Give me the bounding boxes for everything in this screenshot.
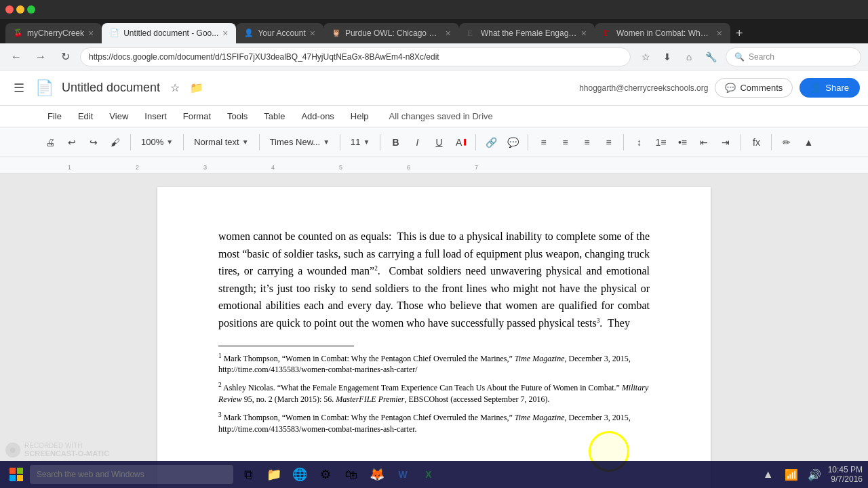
- text-color-button[interactable]: A▐: [451, 131, 470, 153]
- undo-button[interactable]: ↩: [62, 131, 81, 153]
- tab-women-combat[interactable]: T Women in Combat: Why t... ×: [595, 23, 730, 43]
- search-bar[interactable]: 🔍 Search: [726, 47, 861, 66]
- svg-rect-1: [17, 468, 23, 474]
- window-controls: [5, 5, 35, 14]
- new-tab-button[interactable]: +: [733, 24, 746, 43]
- pen-button[interactable]: ✏: [777, 131, 796, 153]
- taskbar-multitasking-button[interactable]: ⧉: [236, 462, 260, 487]
- taskbar-system-tray[interactable]: ▲: [759, 465, 778, 484]
- toolbar-divider-6: [475, 134, 476, 150]
- paragraph-1[interactable]: women cannot be counted on as equals: Th…: [218, 228, 650, 332]
- tab-mycherrycreek[interactable]: 🍒 myCherryCreek ×: [5, 23, 102, 43]
- align-justify-button[interactable]: ≡: [599, 131, 618, 153]
- maximize-window-button[interactable]: [27, 5, 35, 14]
- title-actions: ☆ 📁: [165, 79, 206, 98]
- comments-button[interactable]: 💬 Comments: [715, 78, 793, 98]
- download-button[interactable]: ⬇: [658, 47, 677, 66]
- style-select[interactable]: Normal text ▼: [189, 133, 253, 152]
- style-value: Normal text: [194, 137, 239, 147]
- increase-indent-button[interactable]: ⇥: [716, 131, 735, 153]
- tab-close-account[interactable]: ×: [310, 28, 315, 39]
- forward-button[interactable]: →: [31, 47, 50, 66]
- zoom-select[interactable]: 100% ▼: [136, 133, 178, 152]
- menu-addons[interactable]: Add-ons: [294, 108, 340, 124]
- ruler-mark-3: 3: [203, 164, 207, 171]
- link-button[interactable]: 🔗: [481, 131, 500, 153]
- redo-button[interactable]: ↪: [84, 131, 103, 153]
- start-button[interactable]: [5, 464, 27, 485]
- align-center-button[interactable]: ≡: [555, 131, 574, 153]
- bullet-list-button[interactable]: •≡: [673, 131, 692, 153]
- menu-format[interactable]: Format: [176, 108, 218, 124]
- tab-close-docs[interactable]: ×: [222, 28, 228, 39]
- document-page[interactable]: women cannot be counted on as equals: Th…: [157, 187, 711, 488]
- taskbar-store-button[interactable]: 🛍: [339, 462, 363, 487]
- taskbar-volume-icon[interactable]: 🔊: [805, 465, 824, 484]
- close-window-button[interactable]: [5, 5, 14, 14]
- tab-your-account[interactable]: 👤 Your Account ×: [236, 23, 323, 43]
- folder-icon[interactable]: 📁: [187, 79, 206, 98]
- taskbar-firefox-button[interactable]: 🦊: [365, 462, 389, 487]
- tab-close-owl[interactable]: ×: [446, 28, 451, 39]
- svg-rect-3: [17, 475, 23, 481]
- paint-format-button[interactable]: 🖌: [106, 131, 125, 153]
- menu-view[interactable]: View: [102, 108, 135, 124]
- style-chevron-icon: ▼: [242, 138, 249, 146]
- menu-file[interactable]: File: [41, 108, 68, 124]
- screencast-brand: SCREENCAST-O-MATIC: [24, 449, 109, 458]
- taskbar: ⧉ 📁 🌐 ⚙ 🛍 🦊 W X ▲ 📶 🔊 10:45 PM 9/7/2016: [0, 461, 868, 488]
- svg-rect-0: [9, 468, 16, 474]
- taskbar-network-icon[interactable]: 📶: [782, 465, 801, 484]
- decrease-indent-button[interactable]: ⇤: [694, 131, 713, 153]
- share-button[interactable]: 👤 Share: [800, 78, 860, 98]
- taskbar-settings-button[interactable]: ⚙: [313, 462, 338, 487]
- tab-purdue-owl[interactable]: 🦉 Purdue OWL: Chicago Manual... ×: [323, 23, 459, 43]
- refresh-button[interactable]: ↻: [56, 47, 75, 66]
- taskbar-word-button[interactable]: W: [391, 462, 415, 487]
- font-select[interactable]: Times New... ▼: [265, 133, 335, 152]
- hide-toolbar-button[interactable]: ▲: [799, 131, 818, 153]
- align-left-button[interactable]: ≡: [534, 131, 553, 153]
- home-button[interactable]: ⌂: [679, 47, 698, 66]
- back-button[interactable]: ←: [7, 47, 26, 66]
- tab-close-engage[interactable]: ×: [581, 28, 587, 39]
- taskbar-excel-button[interactable]: X: [416, 462, 441, 487]
- zoom-chevron-icon: ▼: [166, 138, 173, 146]
- menu-insert[interactable]: Insert: [138, 108, 174, 124]
- doc-title[interactable]: Untitled document: [62, 81, 160, 95]
- taskbar-search-input[interactable]: [30, 465, 233, 484]
- taskbar-browser-button[interactable]: 🌐: [288, 462, 312, 487]
- numbered-list-button[interactable]: 1≡: [651, 131, 670, 153]
- italic-button[interactable]: I: [408, 131, 427, 153]
- tab-close-time[interactable]: ×: [717, 28, 722, 39]
- extension-button[interactable]: 🔧: [701, 47, 720, 66]
- menu-table[interactable]: Table: [257, 108, 292, 124]
- menu-tools[interactable]: Tools: [220, 108, 254, 124]
- size-value: 11: [351, 137, 360, 147]
- line-spacing-button[interactable]: ↕: [629, 131, 648, 153]
- bookmark-button[interactable]: ☆: [636, 47, 655, 66]
- print-button[interactable]: 🖨: [41, 131, 60, 153]
- taskbar-clock[interactable]: 10:45 PM 9/7/2016: [828, 465, 863, 484]
- menu-help[interactable]: Help: [344, 108, 376, 124]
- comment-button[interactable]: 💬: [503, 131, 522, 153]
- tab-untitled-document[interactable]: 📄 Untitled document - Goo... ×: [102, 23, 236, 43]
- taskbar-file-explorer-button[interactable]: 📁: [262, 462, 286, 487]
- menu-bar: File Edit View Insert Format Tools Table…: [0, 106, 868, 127]
- underline-button[interactable]: U: [429, 131, 448, 153]
- menu-edit[interactable]: Edit: [71, 108, 100, 124]
- size-select[interactable]: 11 ▼: [346, 133, 374, 152]
- tab-close-mycherrycreek[interactable]: ×: [88, 28, 94, 39]
- star-icon[interactable]: ☆: [165, 79, 184, 98]
- align-right-button[interactable]: ≡: [577, 131, 596, 153]
- minimize-window-button[interactable]: [16, 5, 24, 14]
- bold-button[interactable]: B: [386, 131, 405, 153]
- tab-female-engage[interactable]: E What the Female Engage... ×: [459, 23, 595, 43]
- ruler-mark-7: 7: [475, 164, 478, 171]
- formula-button[interactable]: fx: [747, 131, 766, 153]
- windows-logo-icon: [9, 468, 23, 481]
- document-area[interactable]: women cannot be counted on as equals: Th…: [0, 174, 868, 488]
- user-email: hhoggarth@cherrycreekschools.org: [579, 83, 708, 93]
- hamburger-menu-icon[interactable]: ☰: [8, 77, 30, 99]
- url-bar[interactable]: https://docs.google.com/document/d/1SFIF…: [80, 47, 631, 66]
